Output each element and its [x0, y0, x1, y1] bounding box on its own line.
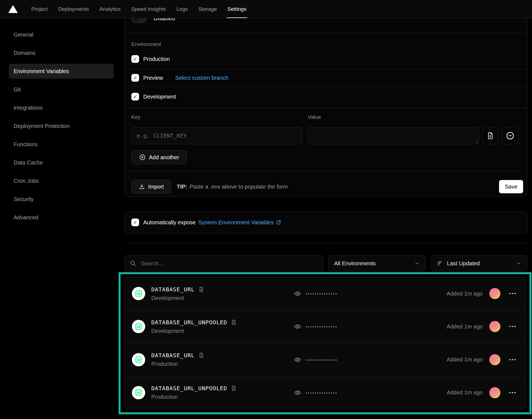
value-field-label: Value — [308, 114, 321, 120]
env-var-row[interactable]: DATABASE_URL Production •••••••••••••• A… — [125, 343, 526, 376]
sidebar-item-general[interactable]: General — [9, 27, 114, 42]
sidebar-item-cron-jobs[interactable]: Cron Jobs — [9, 173, 114, 188]
add-another-button[interactable]: Add another — [131, 150, 187, 164]
masked-value: •••••••••••••• — [306, 291, 338, 296]
sidebar-item-git[interactable]: Git — [9, 82, 114, 97]
divider — [125, 171, 527, 171]
value-input[interactable] — [308, 127, 479, 144]
env-var-row[interactable]: DATABASE_URL_UNPOOLED Production •••••••… — [125, 376, 526, 409]
plus-circle-icon — [139, 154, 146, 161]
nav-item-analytics[interactable]: Analytics — [94, 0, 126, 18]
divider — [125, 86, 527, 87]
env-checkbox-row-preview: Preview Select custom branch — [131, 74, 228, 82]
preview-checkbox[interactable] — [131, 74, 139, 82]
row-meta: Added 1m ago — [447, 387, 519, 398]
env-var-list: DATABASE_URL Development •••••••••••••• … — [124, 277, 526, 409]
key-field-label: Key — [131, 114, 140, 120]
auto-expose-label: Automatically expose — [143, 219, 196, 226]
preview-label: Preview — [143, 75, 163, 81]
env-var-row[interactable]: DATABASE_URL Development •••••••••••••• … — [125, 277, 526, 310]
env-var-name: DATABASE_URL — [151, 352, 195, 359]
production-label: Production — [143, 56, 170, 62]
divider — [125, 33, 527, 33]
nav-item-speed-insights[interactable]: Speed Insights — [126, 0, 171, 18]
import-button[interactable]: Import — [131, 180, 171, 194]
save-button[interactable]: Save — [499, 180, 523, 193]
env-var-info: DATABASE_URL_UNPOOLED Development — [151, 319, 237, 334]
sidebar-item-environment-variables[interactable]: Environment Variables — [9, 64, 114, 79]
masked-value: •••••••••••••• — [306, 390, 338, 395]
row-menu-button[interactable] — [507, 291, 519, 296]
nav-item-project[interactable]: Project — [26, 0, 53, 18]
file-icon — [486, 132, 494, 140]
development-label: Development — [143, 94, 176, 100]
nav-item-logs[interactable]: Logs — [171, 0, 193, 18]
note-icon — [231, 385, 237, 391]
env-var-environment: Development — [151, 295, 204, 301]
masked-value: •••••••••••••• — [306, 357, 338, 362]
env-var-info: DATABASE_URL Development — [151, 286, 204, 301]
row-meta: Added 1m ago — [447, 288, 519, 299]
neon-integration-icon — [132, 320, 145, 333]
environment-filter-value: All Environments — [334, 260, 410, 267]
reveal-value-eye-icon[interactable] — [294, 323, 301, 330]
neon-integration-icon — [132, 386, 145, 399]
note-icon — [231, 319, 237, 325]
sidebar-item-deployment-protection[interactable]: Deployment Protection — [9, 119, 114, 133]
note-icon — [198, 352, 204, 358]
vercel-triangle-icon — [8, 5, 18, 13]
sort-dropdown[interactable]: Last Updated — [431, 255, 527, 271]
divider — [125, 69, 527, 69]
nav-item-settings[interactable]: Settings — [222, 0, 252, 18]
production-checkbox[interactable] — [131, 55, 139, 63]
search-box — [124, 255, 323, 271]
env-var-environment: Production — [151, 394, 237, 400]
import-env-file-button[interactable] — [482, 127, 498, 144]
sidebar-item-advanced[interactable]: Advanced — [9, 210, 114, 225]
sidebar-item-security[interactable]: Security — [9, 192, 114, 207]
tip-body: Paste a .env above to populate the form — [190, 184, 288, 190]
env-var-info: DATABASE_URL Production — [151, 352, 204, 367]
env-checkbox-row-development: Development — [131, 93, 176, 101]
neon-integration-icon — [132, 353, 145, 366]
sidebar-item-domains[interactable]: Domains — [9, 45, 114, 60]
minus-circle-icon — [506, 131, 515, 140]
avatar — [489, 354, 500, 365]
env-var-row[interactable]: DATABASE_URL_UNPOOLED Development ••••••… — [125, 310, 526, 343]
sidebar-item-functions[interactable]: Functions — [9, 137, 114, 152]
environment-section-label: Environment — [131, 41, 161, 47]
system-env-vars-link-label: System Environment Variables — [198, 219, 274, 226]
select-custom-branch-link[interactable]: Select custom branch — [175, 75, 228, 81]
row-menu-button[interactable] — [507, 324, 519, 329]
reveal-value-eye-icon[interactable] — [294, 389, 301, 397]
download-icon — [139, 184, 145, 190]
row-menu-button[interactable] — [507, 357, 519, 363]
value-input-wrap — [308, 127, 479, 144]
divider — [125, 108, 527, 108]
vercel-logo[interactable] — [8, 0, 18, 18]
env-checkbox-row-production: Production — [131, 55, 170, 63]
search-input[interactable] — [141, 260, 318, 267]
chevron-down-icon — [414, 261, 420, 266]
tip-prefix: TIP: — [177, 184, 187, 190]
filter-row: All Environments Last Updated — [124, 255, 527, 271]
row-meta: Added 1m ago — [447, 354, 519, 365]
development-checkbox[interactable] — [131, 93, 139, 101]
sidebar-item-integrations[interactable]: Integrations — [9, 100, 114, 115]
sidebar-item-data-cache[interactable]: Data Cache — [9, 155, 114, 170]
added-timestamp: Added 1m ago — [447, 323, 483, 330]
search-icon — [130, 260, 136, 267]
added-timestamp: Added 1m ago — [447, 389, 483, 396]
system-env-vars-link[interactable]: System Environment Variables — [198, 219, 281, 226]
reveal-value-eye-icon[interactable] — [294, 290, 301, 297]
environment-filter-dropdown[interactable]: All Environments — [328, 255, 426, 271]
nav-item-storage[interactable]: Storage — [193, 0, 222, 18]
remove-row-button[interactable] — [502, 127, 519, 144]
reveal-value-eye-icon[interactable] — [294, 356, 301, 364]
masked-value: •••••••••••••• — [306, 324, 338, 329]
row-menu-button[interactable] — [507, 390, 519, 395]
auto-expose-checkbox[interactable] — [131, 219, 139, 226]
avatar — [489, 387, 500, 398]
key-input[interactable] — [131, 127, 302, 144]
nav-item-deployments[interactable]: Deployments — [53, 0, 94, 18]
